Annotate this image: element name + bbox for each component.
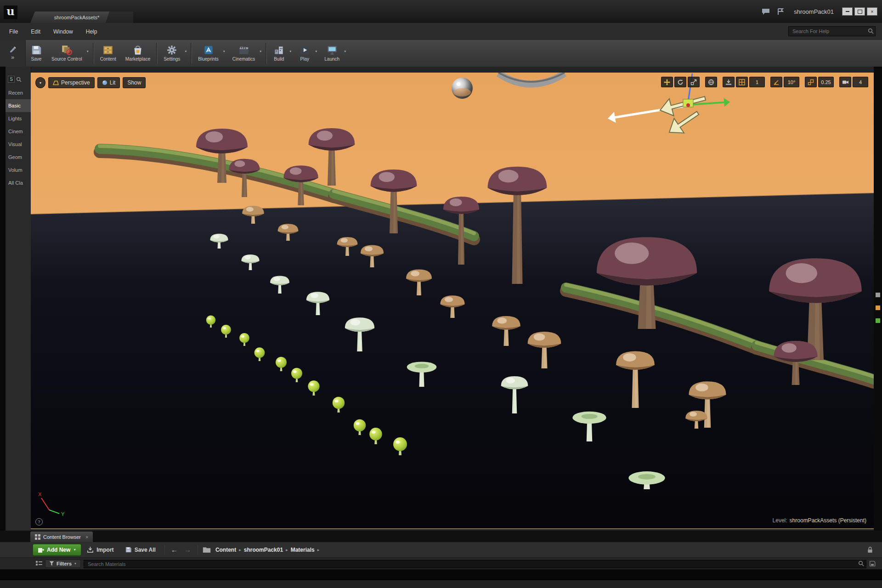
viewport-3d[interactable]: ▼ Perspective Lit Show [31, 73, 874, 529]
build-button[interactable]: Build ▼ [268, 40, 294, 67]
dropdown-caret-icon[interactable]: ▼ [344, 50, 346, 53]
help-search-input[interactable] [788, 26, 876, 36]
camera-icon [842, 79, 849, 85]
add-new-icon [38, 547, 44, 553]
add-new-button[interactable]: Add New ▼ [33, 544, 81, 556]
dropdown-caret-icon[interactable]: ▼ [259, 50, 262, 53]
menu-bar: File Edit Window Help [0, 23, 882, 40]
dropdown-caret-icon[interactable]: ▼ [315, 50, 317, 53]
place-category-all-classes[interactable]: All Cla [6, 176, 31, 189]
menu-file[interactable]: File [0, 23, 24, 40]
marketplace-button[interactable]: Marketplace [121, 40, 155, 67]
close-button[interactable]: × [867, 7, 877, 16]
content-browser-panel: Content Browser × Add New ▼ Import [0, 531, 882, 580]
viewport-help-icon[interactable]: ? [35, 518, 43, 526]
axis-x-label: X [38, 492, 42, 497]
menu-window[interactable]: Window [47, 23, 79, 40]
view-options-icon[interactable] [36, 561, 42, 566]
content-browser-icon [102, 45, 114, 56]
flag-icon[interactable] [775, 7, 786, 16]
breadcrumb-content[interactable]: Content [213, 547, 239, 553]
save-button[interactable]: Save [26, 40, 47, 67]
expand-toolbar-icon[interactable]: » [11, 54, 14, 61]
menu-edit[interactable]: Edit [24, 23, 47, 40]
maximize-button[interactable] [854, 7, 865, 16]
menu-help[interactable]: Help [79, 23, 104, 40]
play-icon [299, 45, 311, 56]
toolbar-separator [197, 545, 198, 555]
caret-down-icon: ▼ [73, 548, 76, 551]
camera-speed-value[interactable]: 4 [853, 77, 868, 87]
place-category-geometry[interactable]: Geom [6, 151, 31, 164]
camera-speed-button[interactable] [839, 77, 851, 87]
move-tool-button[interactable] [661, 77, 673, 87]
breadcrumb-shroompack01[interactable]: shroomPack01 [241, 547, 286, 553]
source-control-button[interactable]: Source Control ▼ [47, 40, 91, 67]
save-all-button[interactable]: Save All [119, 544, 161, 556]
dropdown-caret-icon[interactable]: ▼ [223, 50, 226, 53]
tab-content-browser[interactable]: Content Browser × [30, 531, 93, 542]
materials-search-input[interactable] [84, 560, 866, 568]
content-button[interactable]: Content [96, 40, 121, 67]
surface-snap-icon [725, 79, 732, 85]
blueprints-button[interactable]: Blueprints ▼ [193, 40, 227, 67]
lit-mode-button[interactable]: Lit [97, 77, 120, 88]
place-category-lights[interactable]: Lights [6, 112, 31, 125]
dropdown-caret-icon[interactable]: ▼ [184, 50, 187, 53]
world-coordinate-button[interactable] [705, 77, 717, 87]
place-actors-search[interactable]: S [6, 67, 31, 86]
main-area: S Recen Basic Lights Cinem Visual Geom V… [0, 67, 882, 531]
scale-tool-button[interactable] [688, 77, 700, 87]
cinematics-button[interactable]: Cinematics ▼ [228, 40, 264, 67]
dropdown-caret-icon[interactable]: ▼ [289, 50, 292, 53]
breadcrumb-materials[interactable]: Materials [288, 547, 317, 553]
breadcrumb-separator-icon[interactable]: ▸ [317, 548, 320, 552]
grid-snap-value[interactable]: 1 [749, 77, 765, 87]
level-indicator: Level:shroomPackAssets (Persistent) [773, 517, 866, 524]
feedback-icon[interactable] [761, 7, 771, 16]
launch-button[interactable]: Launch ▼ [320, 40, 349, 67]
save-search-icon[interactable] [869, 560, 876, 567]
toolbar-separator [164, 545, 165, 555]
toolbar-left-cell: » [0, 40, 26, 67]
minimize-button[interactable] [842, 7, 853, 16]
perspective-icon [53, 80, 59, 85]
import-button[interactable]: Import [81, 544, 119, 556]
place-category-volumes[interactable]: Volum [6, 164, 31, 176]
dropdown-caret-icon[interactable]: ▼ [86, 50, 89, 53]
scale-snap-value[interactable]: 0.25 [818, 77, 834, 87]
asset-view-area[interactable] [0, 570, 882, 580]
cinematics-icon [238, 45, 250, 56]
grid-snap-icon [739, 79, 745, 85]
launch-icon [326, 45, 338, 56]
place-category-cinematic[interactable]: Cinem [6, 125, 31, 138]
settings-button[interactable]: Settings ▼ [159, 40, 189, 67]
move-tool-icon [664, 79, 670, 85]
tab-close-icon[interactable]: × [85, 534, 88, 540]
globe-icon [708, 79, 714, 85]
rotate-tool-icon [677, 79, 684, 85]
rotation-snap-icon [773, 79, 780, 85]
search-letter: S [8, 76, 15, 83]
surface-snapping-button[interactable] [723, 77, 735, 87]
place-category-basic[interactable]: Basic [6, 99, 31, 112]
viewport-options-button[interactable]: ▼ [35, 77, 45, 88]
lock-icon[interactable] [866, 546, 874, 554]
filters-button[interactable]: Filters ▼ [45, 560, 81, 568]
clipped-item-orange [876, 305, 880, 310]
perspective-button[interactable]: Perspective [48, 77, 95, 88]
back-button[interactable]: ← [168, 546, 181, 554]
show-flags-button[interactable]: Show [123, 77, 146, 88]
scale-snap-toggle[interactable] [805, 77, 817, 87]
grid-snap-toggle[interactable] [736, 77, 748, 87]
edit-tool-icon[interactable] [9, 46, 17, 52]
rotation-snap-value[interactable]: 10° [784, 77, 799, 87]
rotation-snap-toggle[interactable] [770, 77, 782, 87]
place-category-visual[interactable]: Visual [6, 138, 31, 151]
forward-button[interactable]: → [181, 546, 194, 554]
play-button[interactable]: Play ▼ [294, 40, 320, 67]
axis-gizmo: X Y [35, 491, 68, 516]
unreal-editor-window: u shroomPackAssets* shroomPack01 × File … [0, 0, 882, 588]
place-category-recent[interactable]: Recen [6, 86, 31, 99]
rotate-tool-button[interactable] [674, 77, 686, 87]
